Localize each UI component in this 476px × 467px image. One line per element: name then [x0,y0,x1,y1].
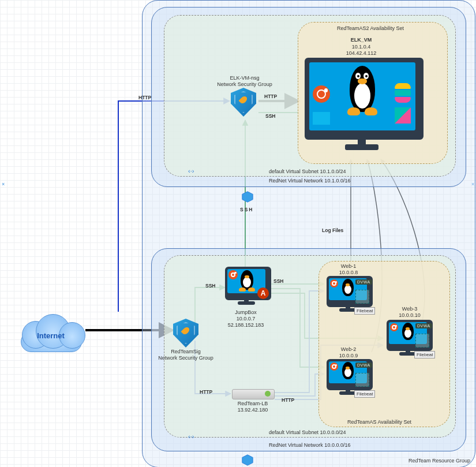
docker-icon [313,112,330,125]
nsg-top-name: ELK-VM-nsg [223,75,267,81]
filebeat-label: Filebeat [354,307,375,315]
web1-ip: 10.0.0.8 [331,270,366,275]
web2-ip: 10.0.0.9 [331,353,366,358]
web3-name: Web-3 [392,306,427,312]
nsg-bot-sub: Network Security Group [155,355,217,361]
jumpbox-icon [225,267,268,308]
web2-name: Web-2 [331,346,366,352]
ubuntu-icon [330,363,338,371]
vnet-peering-icon: ‹·› [188,433,201,440]
nsg-bot-name: RedTeamSig [164,349,208,354]
filebeat-icon [415,334,429,348]
edge-ssh-label: SSH [265,113,275,119]
edge-http-label: HTTP [200,389,212,395]
edge-logfiles-label: Log Files [322,227,343,233]
dvwa-label: DVWA [355,363,372,368]
ubuntu-icon [390,323,398,331]
ubuntu-icon [313,85,330,103]
svg-marker-1 [242,455,253,465]
resource-group-label: RedTeam Resource Group [408,458,470,464]
avset-top-label: RedTeamAS2 Availability Set [337,25,404,31]
azure-vnet-icon [241,190,254,203]
edge-ssh-label: SSH [240,207,253,212]
dvwa-label: DVWA [355,279,372,285]
edge-http-label: HTTP [138,95,151,100]
vnet-top-label: RedNet Virtual Network 10.1.0.0/16 [269,178,350,184]
internet-label: Internet [16,331,85,340]
nsg-top-sub: Network Security Group [213,81,276,87]
elk-vm-icon [305,58,420,156]
ansible-icon [257,287,269,299]
kibana-icon [395,107,411,124]
web1-name: Web-1 [331,263,366,269]
filebeat-icon [355,373,369,387]
ubuntu-icon [228,270,238,279]
subnet-bot-label: default Virtual Subnet 10.0.0.0/24 [269,429,346,435]
diagram-canvas: × × [0,0,476,467]
elk-ip2: 104.42.4.112 [332,50,390,56]
jumpbox-name: JumpBox [223,309,269,315]
edge-ssh-label: SSH [205,283,215,289]
avset-bot-label: RedTeamAS Availability Set [347,419,411,425]
elk-ip1: 10.1.0.4 [332,44,390,50]
filebeat-label: Filebeat [354,390,375,398]
elastic-icon [395,83,411,103]
edge-http-label: HTTP [282,397,294,403]
jumpbox-ip1: 10.0.0.7 [223,316,269,322]
internet-cloud: Internet [16,311,85,351]
subnet-top-label: default Virtual Subnet 10.1.0.0/24 [269,169,346,174]
svg-marker-0 [242,192,253,202]
lb-name: RedTeam-LB [230,401,276,406]
vnet-peering-icon: ‹·› [188,167,201,174]
filebeat-icon [355,290,369,304]
web3-ip: 10.0.0.10 [392,312,427,318]
ubuntu-icon [330,279,338,287]
dvwa-label: DVWA [415,323,432,328]
lb-ip: 13.92.42.180 [230,407,276,413]
load-balancer-icon [232,389,275,399]
jumpbox-ip2: 52.188.152.183 [219,322,272,328]
elk-name: ELK_VM [332,37,390,43]
edge-http-label: HTTP [264,94,277,99]
edge-ssh-label: SSH [273,278,283,284]
vnet-bot-label: RedNet Virtual Network 10.0.0.0/16 [269,442,350,448]
azure-vnet-icon [241,454,254,466]
filebeat-label: Filebeat [414,351,435,358]
